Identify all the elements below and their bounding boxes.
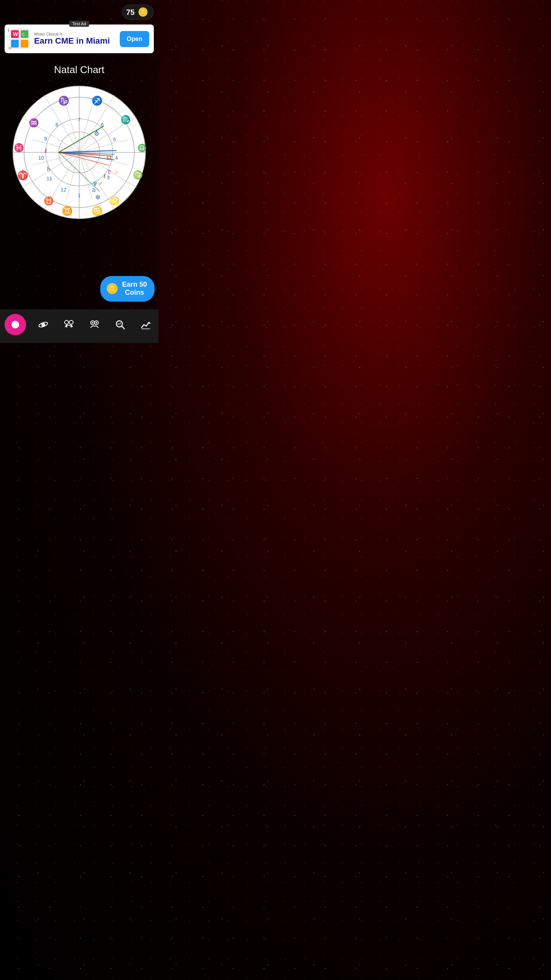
ad-banner: Test Ad ℹ W C Winter Clinical H... Earn …: [5, 24, 154, 53]
svg-point-79: [96, 322, 97, 323]
main-area: Natal Chart: [0, 56, 158, 309]
natal-chart-container: ♑ ♐ ♒ ♏ ♓ ♎ ♈ ♍ ♉ ♌ ♊: [8, 82, 150, 223]
svg-text:♐: ♐: [91, 95, 103, 106]
natal-chart-svg: ♑ ♐ ♒ ♏ ♓ ♎ ♈ ♍ ♉ ♌ ♊: [8, 82, 150, 223]
svg-text:♏: ♏: [121, 115, 131, 125]
svg-text:♄: ♄: [46, 166, 51, 172]
svg-text:♂: ♂: [99, 180, 103, 186]
ad-text: Winter Clinical H... Earn CME in Miami: [34, 32, 116, 46]
svg-line-84: [120, 323, 121, 324]
svg-text:12: 12: [61, 187, 67, 193]
ad-title: Earn CME in Miami: [34, 36, 116, 46]
search-chart-icon: [115, 319, 126, 330]
ad-test-label: Test Ad: [69, 21, 89, 27]
svg-text:♋: ♋: [91, 206, 103, 216]
svg-text:C: C: [22, 33, 24, 37]
chart-title: Natal Chart: [54, 64, 104, 76]
synastry-icon: [64, 319, 74, 330]
nav-search-chart-button[interactable]: [112, 316, 129, 333]
coin-icon: 🪙: [138, 7, 148, 17]
svg-text:♑: ♑: [58, 95, 70, 106]
ad-info-button[interactable]: ℹ: [8, 28, 10, 33]
nav-trends-button[interactable]: [137, 316, 154, 333]
coins-badge: 75 🪙: [122, 5, 154, 20]
svg-text:♇: ♇: [107, 169, 112, 175]
nav-compatibility-button[interactable]: [86, 316, 103, 333]
svg-rect-4: [21, 40, 28, 47]
earn-coins-label: Earn 50Coins: [122, 281, 147, 297]
svg-text:⚷: ⚷: [44, 148, 47, 154]
svg-text:♎: ♎: [137, 143, 147, 152]
svg-line-83: [119, 323, 120, 324]
svg-text:⊕: ⊕: [95, 194, 100, 200]
ad-close-button[interactable]: ✕: [8, 46, 12, 51]
svg-rect-2: [11, 40, 19, 47]
svg-text:W: W: [13, 31, 18, 37]
header: 75 🪙: [0, 0, 158, 23]
earn-coins-button[interactable]: 🪙 Earn 50Coins: [100, 276, 155, 302]
svg-text:⚷: ⚷: [103, 173, 106, 179]
svg-text:♌: ♌: [109, 196, 120, 206]
ad-open-button[interactable]: Open: [120, 31, 149, 47]
planets-icon: [38, 319, 49, 330]
svg-text:11: 11: [47, 176, 52, 181]
svg-text:7: 7: [78, 117, 81, 122]
winterclinical-logo: W C: [9, 28, 30, 49]
svg-point-68: [65, 320, 68, 324]
svg-point-69: [69, 320, 73, 324]
svg-text:♓: ♓: [14, 143, 24, 153]
svg-text:9: 9: [44, 136, 47, 142]
svg-text:♉: ♉: [44, 196, 54, 206]
earn-coins-icon: 🪙: [106, 283, 118, 295]
coins-count: 75: [126, 8, 135, 17]
svg-text:☉: ☉: [115, 170, 119, 175]
svg-line-81: [122, 326, 124, 329]
svg-text:♒: ♒: [29, 118, 39, 128]
compatibility-icon: [89, 319, 100, 330]
svg-text:5: 5: [113, 137, 116, 142]
svg-text:1: 1: [78, 193, 81, 198]
record-inner: [11, 321, 19, 328]
svg-text:3: 3: [107, 175, 110, 180]
record-button[interactable]: [5, 314, 26, 335]
bottom-nav: [0, 309, 158, 343]
svg-text:♈: ♈: [17, 170, 29, 181]
ad-logo: W C: [9, 28, 30, 49]
svg-text:8: 8: [55, 122, 59, 127]
trends-icon: [140, 319, 151, 330]
nav-planets-button[interactable]: [35, 316, 52, 333]
svg-text:4: 4: [115, 155, 118, 161]
svg-point-78: [92, 322, 93, 323]
svg-text:♆: ♆: [92, 181, 98, 187]
nav-synastry-button[interactable]: [60, 316, 77, 333]
svg-text:10: 10: [38, 155, 44, 161]
svg-text:♀: ♀: [93, 187, 97, 194]
svg-text:♍: ♍: [133, 170, 143, 180]
svg-text:♊: ♊: [62, 206, 73, 216]
